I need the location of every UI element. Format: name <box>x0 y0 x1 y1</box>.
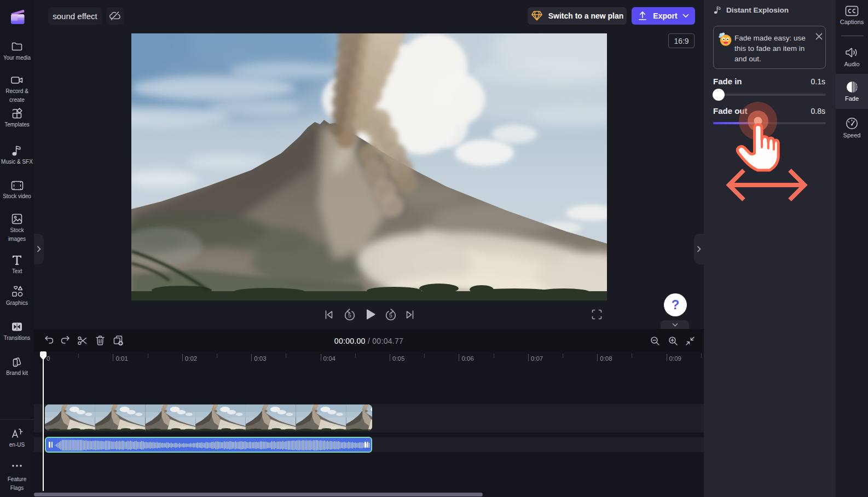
svg-text:?: ? <box>672 297 680 312</box>
svg-text:5: 5 <box>389 312 392 319</box>
svg-text:5: 5 <box>348 312 351 319</box>
